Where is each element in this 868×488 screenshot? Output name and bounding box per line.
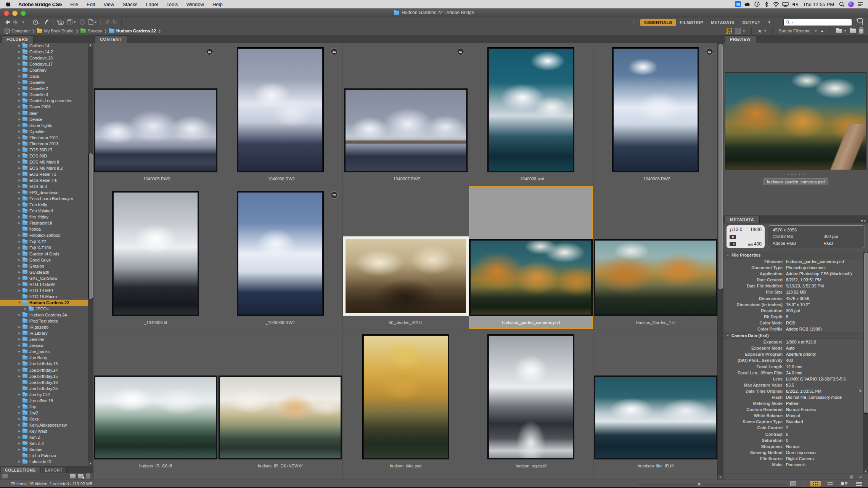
folder-row[interactable]: HTG.15.Macro (0, 294, 93, 300)
folder-row[interactable]: ▶Joe.birthday.14 (0, 367, 93, 373)
boomerang-button[interactable] (43, 18, 50, 26)
sort-direction-button[interactable]: ▲ (820, 29, 824, 33)
grid-cell[interactable]: _1040005.RW2 (93, 43, 218, 186)
view-details-button[interactable] (839, 481, 850, 486)
rating-dots[interactable] (723, 174, 868, 175)
workspace-tab-filmstrip[interactable]: FILMSTRIP (676, 19, 707, 26)
nav-history-chevron[interactable]: ▼ (19, 18, 27, 26)
disclosure-triangle[interactable]: ▶ (18, 448, 21, 451)
disclosure-triangle[interactable]: ▶ (18, 277, 21, 280)
disclosure-triangle[interactable]: ▶ (18, 191, 21, 194)
disclosure-triangle[interactable]: ▶ (18, 161, 21, 164)
thumbnail[interactable] (237, 48, 323, 172)
folder-row[interactable]: ▶Good Guys (0, 257, 93, 263)
content-tab[interactable]: CONTENT (95, 35, 127, 43)
metadata-section-header[interactable]: ▼File Properties (723, 252, 863, 258)
content-scrollbar[interactable]: ▼ (717, 43, 723, 480)
disclosure-triangle[interactable]: ▶ (18, 234, 21, 237)
folder-row[interactable]: ▶EOS 80D (0, 153, 93, 159)
breadcrumb-item[interactable]: Hudson Gardens.22 (109, 29, 156, 33)
grid-cell[interactable]: _1040008.tif (93, 186, 218, 329)
disclosure-triangle[interactable]: ▶ (18, 326, 21, 329)
apple-menu-icon[interactable] (6, 2, 12, 7)
folder-row[interactable]: ▶Danielle (0, 79, 93, 85)
folder-row[interactable]: florida (0, 226, 93, 232)
filename-label[interactable]: _1040009.RW2 (266, 320, 295, 325)
rotate-right-button[interactable]: ↻ (111, 18, 119, 26)
thumbnail[interactable] (94, 376, 217, 459)
workspace-tab-output[interactable]: OUTPUT (738, 19, 764, 26)
disclosure-triangle[interactable]: ▶ (18, 436, 21, 439)
open-recent-folder-icon[interactable] (836, 29, 842, 33)
volume-icon[interactable] (792, 1, 798, 8)
filename-label[interactable]: hudson_septa.tif (516, 464, 547, 468)
scrollbar-thumb[interactable] (89, 153, 93, 299)
disclosure-triangle[interactable]: ▶ (18, 424, 21, 427)
new-folder-button[interactable] (850, 29, 856, 33)
folder-row[interactable]: ▶Colleen.14.2 (0, 49, 93, 55)
folder-row[interactable]: ▶Dawn.2003 (0, 104, 93, 110)
slider-thumb[interactable] (697, 482, 701, 485)
forward-button[interactable] (11, 18, 19, 26)
thumbnail-size-slider[interactable] (638, 482, 786, 485)
scrollbar-thumb[interactable] (719, 44, 723, 289)
thumbnail[interactable] (237, 191, 323, 316)
disclosure-triangle[interactable]: ▶ (18, 460, 21, 463)
folder-row[interactable]: ▶Keks (0, 416, 93, 422)
folder-row[interactable]: ▶Kim Z.2 (0, 440, 93, 446)
scroll-down-arrow[interactable]: ▼ (863, 469, 868, 474)
menu-item-label[interactable]: Label (141, 2, 162, 7)
disclosure-triangle[interactable]: ▶ (18, 118, 21, 121)
folder-row[interactable]: ▶Jennifer (0, 336, 93, 342)
thumbnail[interactable] (488, 335, 574, 459)
disclosure-triangle[interactable]: ▶ (18, 344, 21, 347)
disclosure-triangle[interactable]: ▶ (18, 411, 21, 414)
folder-row[interactable]: ▶Kimber (0, 446, 93, 453)
view-grid-button[interactable] (825, 481, 835, 486)
folder-row[interactable]: ▶Fuji X-T100 (0, 245, 93, 251)
metadata-panel-menu-icon[interactable]: ▼≡ (860, 219, 868, 223)
delete-collection-button[interactable] (86, 474, 90, 479)
filename-label[interactable]: hudson_IR_G6.tif (139, 464, 172, 468)
grid-cell[interactable]: _1040007.RW2 (343, 43, 469, 186)
folder-row[interactable]: ▶EOS SL3 (0, 183, 93, 189)
menubar-clock[interactable]: Thu 12:55 PM (801, 2, 836, 7)
disclosure-triangle[interactable]: ▼ (727, 254, 729, 257)
bluetooth-icon[interactable] (763, 1, 770, 8)
filter-thumbnail-quality-button[interactable] (726, 28, 732, 34)
folder-row[interactable]: ▶Kim Z (0, 434, 93, 440)
view-thumbnails-button[interactable] (810, 481, 821, 486)
preview-tab[interactable]: PREVIEW (725, 35, 756, 43)
disclosure-triangle[interactable]: ▶ (18, 87, 21, 90)
disclosure-triangle[interactable]: ▶ (18, 69, 21, 72)
disclosure-triangle[interactable]: ▶ (18, 63, 21, 66)
folder-row[interactable]: ▶Conclave.17 (0, 61, 93, 67)
folder-row[interactable]: ▶Garden of Gods (0, 251, 93, 257)
metadata-tab[interactable]: METADATA (725, 216, 760, 223)
rotate-left-button[interactable]: ↺ (103, 18, 111, 26)
disclosure-triangle[interactable]: ▶ (18, 252, 21, 255)
grid-cell[interactable]: _1040008.RW2 (593, 43, 718, 186)
filename-label[interactable]: _1040008.psd (518, 177, 545, 181)
edit-collection-button[interactable] (2, 474, 8, 478)
folder-row[interactable]: ▶Danielle.3 (0, 92, 93, 98)
disclosure-triangle[interactable]: ▶ (18, 417, 21, 421)
folder-row[interactable]: Joe.birthday.25 (0, 385, 93, 392)
grid-cell[interactable]: 50_shades_IR2.tif (343, 186, 469, 329)
disclosure-triangle[interactable]: ▶ (18, 142, 21, 145)
thumbnail[interactable] (363, 335, 449, 459)
folder-row[interactable]: ▶Dalia (0, 73, 93, 79)
filter-chevron[interactable]: ▼ (743, 29, 746, 33)
folder-row[interactable]: ▶GX1_CarShow (0, 275, 93, 281)
thumbnail[interactable] (594, 239, 717, 316)
disclosure-triangle[interactable]: ▶ (18, 283, 21, 286)
disclosure-triangle[interactable]: ▶ (18, 124, 21, 127)
folder-row[interactable]: ▶Erin.Kelly (0, 202, 93, 208)
cancel-icon[interactable]: ⊘ (850, 474, 854, 480)
folder-row[interactable]: ▶Flashpoint II (0, 220, 93, 226)
disclosure-triangle[interactable]: ▶ (18, 265, 21, 268)
get-photos-from-camera-button[interactable] (56, 18, 64, 26)
disclosure-triangle[interactable]: ▶ (24, 307, 27, 310)
folder-row[interactable]: ▶HTG.14.MFT (0, 287, 93, 294)
folder-row[interactable]: ▶IR.Library (0, 330, 93, 336)
